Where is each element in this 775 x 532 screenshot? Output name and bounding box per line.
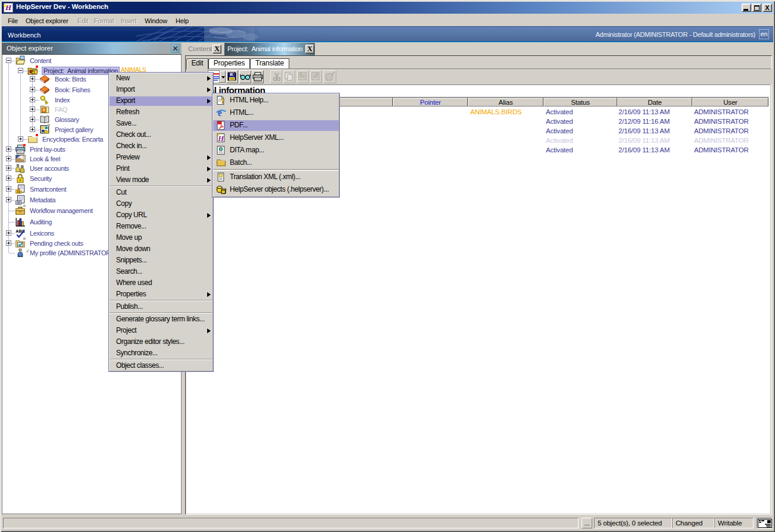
- svg-text:!: !: [43, 107, 45, 112]
- svg-text:e: e: [218, 108, 222, 118]
- svg-text:?: ?: [221, 98, 225, 105]
